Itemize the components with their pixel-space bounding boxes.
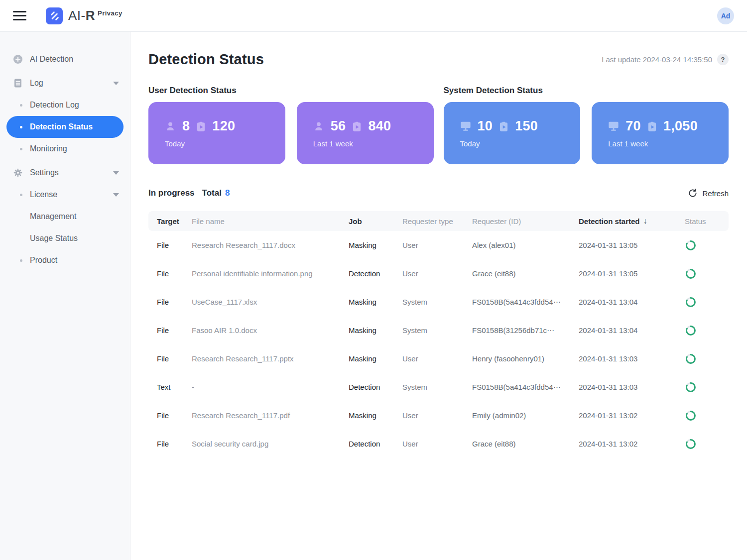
cell-file-name: Personal identifiable information.png — [192, 269, 349, 278]
user-week-card: 56 840 Last 1 week — [297, 102, 434, 164]
user-avatar[interactable]: Ad — [717, 7, 734, 24]
sidebar-item-log[interactable]: Log — [0, 72, 130, 94]
user-today-card: 8 120 Today — [148, 102, 285, 164]
cell-target: File — [157, 440, 192, 448]
cell-detection-started: 2024-01-31 13:02 — [579, 440, 685, 448]
user-count: 56 — [331, 118, 346, 134]
cell-requester-id: FS0158B(5a414c3fdd54⋯ — [472, 383, 579, 392]
table-row[interactable]: File Fasoo AIR 1.0.docx Masking System F… — [148, 316, 729, 344]
table-row[interactable]: File Personal identifiable information.p… — [148, 259, 729, 288]
table-row[interactable]: File Social security card.jpg Detection … — [148, 430, 729, 458]
cell-requester-id: Henry (fasoohenry01) — [472, 354, 579, 363]
menu-icon[interactable] — [13, 11, 26, 20]
file-job-icon — [352, 121, 362, 132]
top-bar: AI-RPrivacy Ad — [0, 0, 747, 32]
cell-requester-id: Alex (alex01) — [472, 241, 579, 249]
monitor-icon — [608, 121, 619, 131]
col-header-detection-started[interactable]: Detection started↓ — [579, 217, 685, 225]
cell-requester-id: FS0158B(31256db71c⋯ — [472, 326, 579, 335]
progress-spinner-icon — [685, 325, 697, 336]
sidebar-item-ai-detection[interactable]: AI Detection — [0, 48, 130, 70]
plus-circle-icon — [13, 54, 23, 64]
chevron-down-icon — [113, 193, 119, 197]
sidebar: AI Detection Log Detection Log Detection… — [0, 32, 130, 560]
refresh-label: Refresh — [702, 189, 729, 198]
progress-spinner-icon — [685, 353, 697, 365]
col-header-target[interactable]: Target — [157, 217, 192, 225]
cell-requester-type: User — [402, 411, 472, 420]
cell-status — [685, 381, 729, 393]
progress-spinner-icon — [685, 438, 697, 450]
col-header-file-name[interactable]: File name — [192, 217, 349, 225]
progress-spinner-icon — [685, 381, 697, 393]
cell-target: File — [157, 411, 192, 420]
sidebar-item-label: Settings — [30, 168, 59, 177]
bullet-icon — [20, 259, 22, 262]
table-header-row: Target File name Job Requester type Requ… — [148, 211, 729, 231]
table-row[interactable]: Text - Detection System FS0158B(5a414c3f… — [148, 373, 729, 401]
col-header-requester-type[interactable]: Requester type — [402, 217, 472, 225]
cell-job: Masking — [349, 326, 402, 335]
card-period-label: Today — [460, 139, 581, 148]
cell-detection-started: 2024-01-31 13:02 — [579, 411, 685, 420]
cell-target: File — [157, 326, 192, 335]
system-count: 10 — [478, 118, 493, 134]
main-content: Detection Status Last update 2024-03-24 … — [130, 32, 747, 560]
file-job-icon — [196, 121, 206, 132]
sidebar-item-settings[interactable]: Settings — [0, 162, 130, 184]
help-icon[interactable]: ? — [717, 54, 729, 65]
sidebar-item-label: Management — [30, 212, 76, 221]
system-week-card: 70 1,050 Last 1 week — [592, 102, 729, 164]
cell-file-name: Research Research_1117.pdf — [192, 411, 349, 420]
sidebar-item-detection-status[interactable]: Detection Status — [6, 116, 124, 138]
sidebar-item-product[interactable]: Product — [0, 249, 130, 271]
sidebar-item-usage-status[interactable]: Usage Status — [0, 227, 130, 249]
table-row[interactable]: File UseCase_1117.xlsx Masking System FS… — [148, 288, 729, 316]
card-period-label: Today — [165, 139, 285, 148]
sort-descending-icon[interactable]: ↓ — [643, 217, 647, 225]
bullet-icon — [20, 104, 22, 107]
person-icon — [313, 121, 324, 132]
cell-job: Detection — [349, 440, 402, 448]
table-row[interactable]: File Research Research_1117.pptx Masking… — [148, 344, 729, 373]
file-count: 150 — [515, 118, 538, 134]
gear-icon — [13, 168, 23, 178]
table-row[interactable]: File Research Research_1117.pdf Masking … — [148, 401, 729, 430]
col-header-job[interactable]: Job — [349, 217, 402, 225]
sidebar-item-detection-log[interactable]: Detection Log — [0, 94, 130, 116]
cell-status — [685, 296, 729, 308]
sidebar-item-label: Detection Status — [30, 122, 93, 131]
sidebar-item-label: Detection Log — [30, 101, 79, 110]
total-count: 8 — [225, 188, 230, 198]
monitor-icon — [460, 121, 471, 131]
cell-requester-id: Grace (eit88) — [472, 269, 579, 278]
cell-requester-type: User — [402, 440, 472, 448]
sidebar-item-license[interactable]: License — [0, 184, 130, 206]
cell-status — [685, 410, 729, 422]
sidebar-item-monitoring[interactable]: Monitoring — [0, 138, 130, 160]
file-count: 120 — [212, 118, 235, 134]
cell-job: Detection — [349, 269, 402, 278]
cell-requester-id: FS0158B(5a414c3fdd54⋯ — [472, 298, 579, 307]
file-count: 1,050 — [663, 118, 698, 134]
card-period-label: Last 1 week — [313, 139, 434, 148]
sidebar-item-management[interactable]: Management — [0, 206, 130, 227]
refresh-button[interactable]: Refresh — [688, 188, 729, 198]
sidebar-item-label: Product — [30, 256, 57, 265]
cell-requester-id: Emily (admin02) — [472, 411, 579, 420]
in-progress-table: Target File name Job Requester type Requ… — [148, 211, 729, 458]
cell-job: Masking — [349, 354, 402, 363]
cell-status — [685, 438, 729, 450]
col-header-status[interactable]: Status — [685, 217, 729, 225]
page-title: Detection Status — [148, 51, 264, 68]
table-row[interactable]: File Research Research_1117.docx Masking… — [148, 231, 729, 259]
col-header-requester-id[interactable]: Requester (ID) — [472, 217, 579, 225]
section-title: System Detection Status — [444, 86, 729, 96]
system-count: 70 — [625, 118, 641, 134]
cell-detection-started: 2024-01-31 13:03 — [579, 354, 685, 363]
cell-requester-type: System — [402, 326, 472, 335]
sidebar-item-label: Usage Status — [30, 234, 78, 243]
cell-status — [685, 325, 729, 336]
cell-detection-started: 2024-01-31 13:05 — [579, 241, 685, 249]
user-detection-status-section: User Detection Status 8 120 Today — [148, 86, 434, 164]
